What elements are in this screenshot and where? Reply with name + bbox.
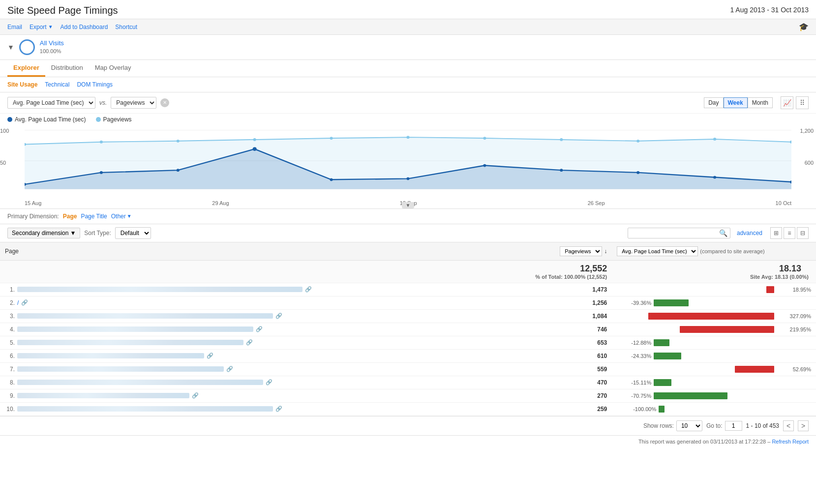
row8-link-icon[interactable]: 🔗 (266, 379, 272, 385)
sort-down-icon[interactable]: ↓ (604, 248, 607, 255)
svg-point-17 (100, 171, 103, 174)
dot-chart-button[interactable]: ⠿ (796, 96, 809, 109)
tab-map-overlay[interactable]: Map Overlay (89, 60, 137, 77)
secondary-dim-chevron-icon: ▼ (70, 230, 76, 237)
table-pivot-view-button[interactable]: ⊟ (797, 227, 809, 239)
row4-page-cell: 4. 🔗 (0, 323, 449, 336)
subtab-site-usage[interactable]: Site Usage (7, 81, 37, 88)
search-input[interactable] (631, 230, 719, 237)
row10-pageviews-cell: 259 (449, 402, 612, 415)
search-box: 🔍 (628, 228, 730, 238)
add-to-dashboard-button[interactable]: Add to Dashboard (60, 24, 108, 30)
svg-point-23 (560, 169, 563, 172)
y-left-max: 100 (0, 128, 9, 134)
dim-page-title[interactable]: Page Title (81, 213, 107, 220)
export-button[interactable]: Export ▼ (30, 24, 53, 30)
row10-page-redacted (17, 406, 273, 412)
advanced-link[interactable]: advanced (737, 230, 762, 237)
prev-page-button[interactable]: < (783, 420, 794, 431)
table-grid-view-button[interactable]: ⊞ (770, 227, 782, 239)
x-label-oct10: 10 Oct (776, 200, 791, 206)
row4-pageviews-cell: 746 (449, 323, 612, 336)
row7-avg-cell: 52.69% (612, 362, 816, 376)
table-row: 3. 🔗 1,084 327.09% (0, 309, 816, 323)
row4-link-icon[interactable]: 🔗 (256, 326, 263, 332)
svg-point-18 (177, 169, 180, 172)
x-label-sep26: 26 Sep (588, 200, 605, 206)
row5-page-cell: 5. 🔗 (0, 336, 449, 349)
sort-type-select[interactable]: Default (115, 227, 151, 239)
row8-avg-cell: -15.11% (612, 376, 816, 389)
page-title: Site Speed Page Timings (7, 5, 809, 16)
page-range: 1 - 10 of 453 (746, 422, 779, 429)
row3-pageviews-cell: 1,084 (449, 309, 612, 323)
legend-item-metric1: Avg. Page Load Time (sec) (7, 116, 86, 123)
line-chart-button[interactable]: 📈 (781, 96, 793, 109)
toolbar: Email Export ▼ Add to Dashboard Shortcut… (0, 19, 816, 35)
refresh-report-link[interactable]: Refresh Report (772, 439, 809, 445)
dim-other[interactable]: Other ▼ (111, 213, 132, 220)
row1-avg-cell: 18.95% (612, 283, 816, 296)
row2-page-link[interactable]: / (17, 299, 19, 306)
shortcut-button[interactable]: Shortcut (115, 24, 137, 30)
row9-link-icon[interactable]: 🔗 (192, 392, 199, 399)
row1-page-cell: 1. 🔗 (0, 283, 449, 296)
row1-page-redacted (17, 287, 302, 292)
svg-point-10 (483, 137, 486, 140)
metric1-select[interactable]: Avg. Page Load Time (sec) (7, 97, 95, 109)
svg-point-24 (636, 171, 639, 174)
month-button[interactable]: Month (748, 97, 773, 108)
day-button[interactable]: Day (704, 97, 723, 108)
row6-avg-cell: -24.33% (612, 349, 816, 362)
table-row: 2. / 🔗 1,256 -39.36% (0, 296, 816, 309)
email-button[interactable]: Email (7, 24, 22, 30)
row7-link-icon[interactable]: 🔗 (226, 366, 233, 372)
tab-explorer[interactable]: Explorer (7, 60, 45, 77)
subtab-dom-timings[interactable]: DOM Timings (77, 81, 113, 88)
clear-metric-button[interactable]: ✕ (160, 98, 169, 107)
tab-distribution[interactable]: Distribution (45, 60, 89, 77)
metric2-legend-dot (96, 117, 101, 122)
row10-avg-cell: -100.00% (612, 402, 816, 415)
col-header-avg-load: Avg. Page Load Time (sec) (compared to s… (612, 242, 816, 261)
row6-link-icon[interactable]: 🔗 (207, 353, 213, 359)
show-rows-label: Show rows: (643, 422, 674, 429)
secondary-dimension-button[interactable]: Secondary dimension ▼ (7, 228, 80, 238)
row5-link-icon[interactable]: 🔗 (246, 339, 253, 346)
dim-page[interactable]: Page (63, 213, 77, 220)
chart-legend: Avg. Page Load Time (sec) Pageviews (0, 114, 816, 125)
chart-expand-button[interactable]: ▼ (402, 202, 415, 208)
segment-chevron-icon[interactable]: ▼ (7, 43, 14, 51)
row5-avg-cell: -12.88% (612, 336, 816, 349)
row6-page-redacted (17, 353, 204, 358)
avg-load-metric-dropdown[interactable]: Avg. Page Load Time (sec) (617, 246, 698, 256)
row2-link-icon[interactable]: 🔗 (21, 299, 28, 306)
metric1-legend-dot (7, 117, 12, 122)
week-button[interactable]: Week (724, 97, 748, 108)
table-view-icons: ⊞ ≡ ⊟ (770, 227, 809, 239)
goto-input[interactable] (725, 421, 742, 431)
row8-page-cell: 8. 🔗 (0, 376, 449, 389)
comparison-label: (compared to site average) (700, 248, 764, 254)
row6-page-cell: 6. 🔗 (0, 349, 449, 362)
y-left-mid: 50 (0, 160, 6, 166)
next-page-button[interactable]: > (798, 420, 809, 431)
row7-page-redacted (17, 366, 224, 372)
table-filter-view-button[interactable]: ≡ (784, 227, 795, 239)
table-row: 8. 🔗 470 -15.11% (0, 376, 816, 389)
search-icon[interactable]: 🔍 (719, 229, 727, 237)
svg-point-11 (560, 138, 563, 141)
row9-pageviews-cell: 270 (449, 389, 612, 402)
metric2-select[interactable]: Pageviews (111, 97, 156, 109)
row10-link-icon[interactable]: 🔗 (275, 406, 282, 412)
subtab-technical[interactable]: Technical (45, 81, 69, 88)
segment-percent: 100.00% (40, 48, 64, 55)
row5-page-redacted (17, 340, 243, 345)
row3-link-icon[interactable]: 🔗 (275, 313, 282, 319)
row3-avg-cell: 327.09% (612, 309, 816, 323)
metric1-legend-label: Avg. Page Load Time (sec) (15, 116, 86, 123)
segment-name[interactable]: All Visits (40, 39, 64, 48)
pageviews-metric-dropdown[interactable]: Pageviews (560, 246, 602, 256)
rows-per-page-select[interactable]: 10 25 50 100 500 (676, 420, 702, 431)
row1-link-icon[interactable]: 🔗 (305, 286, 312, 293)
